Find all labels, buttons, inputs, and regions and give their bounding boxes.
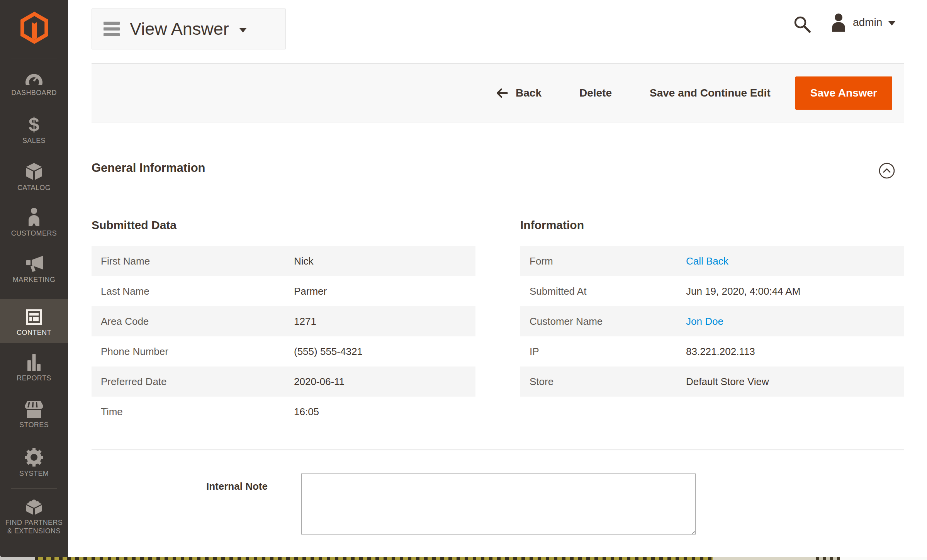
sidebar-item-find-partners[interactable]: FIND PARTNERS & EXTENSIONS xyxy=(0,496,68,535)
admin-user-menu[interactable]: admin xyxy=(830,13,895,32)
collapse-section-button[interactable] xyxy=(878,162,895,179)
extension-brick-icon xyxy=(24,496,44,516)
delete-button[interactable]: Delete xyxy=(579,87,612,99)
sidebar-item-reports[interactable]: REPORTS xyxy=(0,353,68,382)
box-icon xyxy=(25,162,43,181)
sidebar-item-label: CATALOG xyxy=(0,183,68,192)
row-label: Customer Name xyxy=(520,316,686,328)
sidebar-item-dashboard[interactable]: DASHBOARD xyxy=(0,69,68,97)
dollar-icon: $ xyxy=(0,115,68,134)
admin-username: admin xyxy=(853,16,882,29)
sidebar-divider xyxy=(11,58,57,58)
page-actions-toolbar: Back Delete Save and Continue Edit Save … xyxy=(92,63,904,122)
save-answer-button[interactable]: Save Answer xyxy=(795,76,892,110)
chevron-down-icon xyxy=(888,21,895,25)
chevron-up-circle-icon xyxy=(878,162,895,179)
row-value: (555) 555-4321 xyxy=(294,346,363,358)
sidebar-item-label: SALES xyxy=(0,136,68,145)
row-label: Store xyxy=(520,376,686,388)
search-icon[interactable] xyxy=(793,15,811,33)
bottom-edge-artifact xyxy=(0,557,35,560)
table-row: Preferred Date 2020-06-11 xyxy=(92,367,475,397)
table-row: First Name Nick xyxy=(92,246,475,276)
bottom-edge-artifact xyxy=(840,557,927,560)
user-avatar-icon xyxy=(830,13,847,32)
megaphone-icon xyxy=(24,256,44,273)
sidebar-item-label: REPORTS xyxy=(0,374,68,382)
row-value: 2020-06-11 xyxy=(294,376,345,388)
content-divider xyxy=(92,450,904,450)
information-table: Form Call Back Submitted At Jun 19, 2020… xyxy=(520,246,904,397)
sidebar: DASHBOARD $ SALES CATALOG CUSTOMERS xyxy=(0,0,68,557)
page-title: View Answer xyxy=(130,19,229,39)
person-icon xyxy=(27,208,41,226)
table-row: Submitted At Jun 19, 2020, 4:00:44 AM xyxy=(520,276,904,306)
sidebar-item-customers[interactable]: CUSTOMERS xyxy=(0,208,68,238)
sidebar-item-content[interactable]: CONTENT xyxy=(0,299,68,343)
table-row: Area Code 1271 xyxy=(92,306,475,336)
row-label: IP xyxy=(520,346,686,358)
bottom-edge-artifact xyxy=(35,557,713,560)
internal-note-textarea[interactable] xyxy=(301,473,696,535)
sidebar-item-catalog[interactable]: CATALOG xyxy=(0,162,68,192)
gear-icon xyxy=(25,448,43,467)
submitted-data-title: Submitted Data xyxy=(92,219,177,232)
submitted-data-table: First Name Nick Last Name Parmer Area Co… xyxy=(92,246,475,427)
sidebar-item-label: MARKETING xyxy=(0,275,68,284)
row-value: 16:05 xyxy=(294,406,319,418)
row-label: Form xyxy=(520,255,686,267)
sidebar-item-label: FIND PARTNERS & EXTENSIONS xyxy=(0,518,68,535)
row-value: 1271 xyxy=(294,316,316,328)
row-value: Parmer xyxy=(294,285,327,297)
save-and-continue-button[interactable]: Save and Continue Edit xyxy=(650,87,771,99)
sidebar-item-label: CONTENT xyxy=(0,328,68,337)
row-label: Area Code xyxy=(92,316,294,328)
hamburger-menu-icon xyxy=(104,22,120,36)
row-value: 83.221.202.113 xyxy=(686,346,755,358)
storefront-icon xyxy=(24,401,44,418)
table-row: IP 83.221.202.113 xyxy=(520,336,904,367)
table-row: Last Name Parmer xyxy=(92,276,475,306)
table-row: Phone Number (555) 555-4321 xyxy=(92,336,475,367)
row-value: Nick xyxy=(294,255,314,267)
sidebar-item-label: CUSTOMERS xyxy=(0,229,68,238)
row-label: Submitted At xyxy=(520,285,686,297)
back-button[interactable]: Back xyxy=(496,87,542,99)
page-title-dropdown-button[interactable]: View Answer xyxy=(92,8,286,49)
magento-logo-icon[interactable] xyxy=(20,12,48,44)
row-value: Jun 19, 2020, 4:00:44 AM xyxy=(686,285,800,297)
section-title: General Information xyxy=(92,161,205,175)
internal-note-label: Internal Note xyxy=(206,480,268,492)
sidebar-item-sales[interactable]: $ SALES xyxy=(0,115,68,145)
bottom-edge-artifact xyxy=(713,557,816,560)
sidebar-item-stores[interactable]: STORES xyxy=(0,401,68,429)
row-label: Last Name xyxy=(92,285,294,297)
sidebar-divider xyxy=(11,489,57,489)
row-value: Default Store View xyxy=(686,376,769,388)
row-label: Time xyxy=(92,406,294,418)
magento-admin-view-answer-page: DASHBOARD $ SALES CATALOG CUSTOMERS xyxy=(0,0,927,560)
sidebar-item-label: DASHBOARD xyxy=(0,88,68,97)
layout-icon xyxy=(25,309,43,326)
dashboard-gauge-icon xyxy=(24,69,44,86)
sidebar-item-system[interactable]: SYSTEM xyxy=(0,448,68,478)
row-label: Phone Number xyxy=(92,346,294,358)
form-link[interactable]: Call Back xyxy=(686,255,728,267)
bottom-edge-artifact xyxy=(816,557,840,560)
table-row: Store Default Store View xyxy=(520,367,904,397)
table-row: Form Call Back xyxy=(520,246,904,276)
sidebar-item-label: STORES xyxy=(0,421,68,429)
chevron-down-icon xyxy=(239,28,247,32)
information-title: Information xyxy=(520,219,584,232)
arrow-left-icon xyxy=(496,87,509,99)
table-row: Time 16:05 xyxy=(92,397,475,427)
bar-chart-icon xyxy=(27,353,41,371)
sidebar-item-label: SYSTEM xyxy=(0,469,68,478)
row-label: First Name xyxy=(92,255,294,267)
customer-name-link[interactable]: Jon Doe xyxy=(686,316,723,328)
row-label: Preferred Date xyxy=(92,376,294,388)
table-row: Customer Name Jon Doe xyxy=(520,306,904,336)
sidebar-item-marketing[interactable]: MARKETING xyxy=(0,256,68,284)
